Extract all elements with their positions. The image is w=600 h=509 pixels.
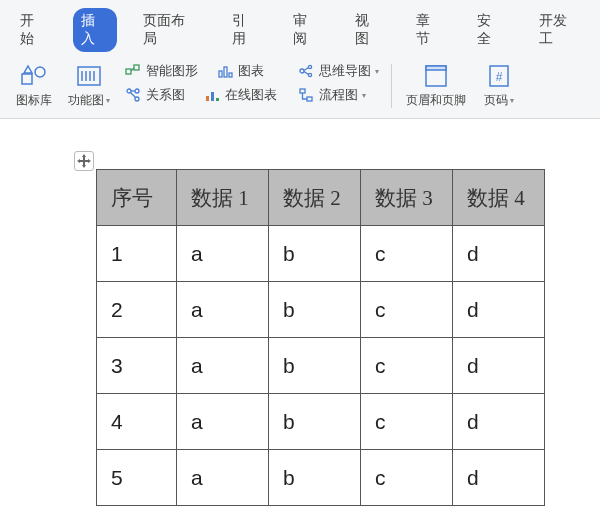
table-cell[interactable]: 2	[97, 282, 177, 338]
btn-function-chart-label: 功能图▾	[68, 92, 110, 109]
smartart-icon	[124, 62, 142, 80]
table-cell[interactable]: b	[269, 282, 361, 338]
svg-rect-28	[307, 97, 312, 101]
table-header[interactable]: 数据 3	[361, 170, 453, 226]
btn-chart-label: 图表	[238, 62, 264, 80]
table-cell[interactable]: c	[361, 450, 453, 506]
btn-online-chart[interactable]: 在线图表	[203, 86, 277, 104]
btn-icon-library[interactable]: 图标库	[8, 62, 60, 109]
table-cell[interactable]: c	[361, 226, 453, 282]
table-cell[interactable]: d	[453, 394, 545, 450]
toolbar: 图标库 功能图▾ 智能图形 图表 关系图	[0, 58, 600, 119]
tab-review[interactable]: 审阅	[285, 8, 328, 52]
table-cell[interactable]: a	[177, 450, 269, 506]
tab-page-layout[interactable]: 页面布局	[135, 8, 206, 52]
table-row[interactable]: 1abcd	[97, 226, 545, 282]
table-cell[interactable]: 1	[97, 226, 177, 282]
btn-relation-chart-label: 关系图	[146, 86, 185, 104]
tab-security[interactable]: 安全	[469, 8, 512, 52]
svg-point-16	[135, 89, 139, 93]
table-cell[interactable]: 5	[97, 450, 177, 506]
table-move-handle[interactable]	[74, 151, 94, 171]
document-area[interactable]: 序号 数据 1 数据 2 数据 3 数据 4 1abcd2abcd3abcd4a…	[0, 119, 600, 506]
svg-rect-0	[22, 74, 32, 84]
diagram-tools-group: 思维导图 ▾ 流程图 ▾	[291, 62, 385, 104]
svg-rect-21	[216, 98, 219, 101]
svg-line-25	[304, 68, 309, 71]
table-cell[interactable]: a	[177, 282, 269, 338]
tab-start[interactable]: 开始	[12, 8, 55, 52]
svg-point-1	[35, 67, 45, 77]
table-cell[interactable]: a	[177, 394, 269, 450]
header-footer-icon	[419, 62, 453, 90]
svg-rect-20	[211, 92, 214, 101]
btn-online-chart-label: 在线图表	[225, 86, 277, 104]
btn-relation-chart[interactable]: 关系图	[124, 86, 185, 104]
shapes-icon	[17, 62, 51, 90]
table-cell[interactable]: 4	[97, 394, 177, 450]
svg-rect-27	[300, 89, 305, 93]
online-chart-icon	[203, 86, 221, 104]
svg-line-17	[131, 93, 136, 98]
toolbar-separator	[391, 64, 392, 108]
svg-point-24	[308, 73, 311, 76]
data-table[interactable]: 序号 数据 1 数据 2 数据 3 数据 4 1abcd2abcd3abcd4a…	[96, 169, 545, 506]
svg-rect-13	[229, 73, 232, 77]
btn-header-footer-label: 页眉和页脚	[406, 92, 466, 109]
table-header-row: 序号 数据 1 数据 2 数据 3 数据 4	[97, 170, 545, 226]
table-cell[interactable]: b	[269, 394, 361, 450]
tab-view[interactable]: 视图	[347, 8, 390, 52]
ribbon: 开始 插入 页面布局 引用 审阅 视图 章节 安全 开发工 图标库 功能图▾	[0, 0, 600, 119]
btn-header-footer[interactable]: 页眉和页脚	[398, 62, 474, 109]
tab-developer[interactable]: 开发工	[531, 8, 588, 52]
table-cell[interactable]: 3	[97, 338, 177, 394]
table-cell[interactable]: b	[269, 226, 361, 282]
table-header[interactable]: 序号	[97, 170, 177, 226]
table-cell[interactable]: d	[453, 282, 545, 338]
btn-icon-library-label: 图标库	[16, 92, 52, 109]
table-cell[interactable]: c	[361, 282, 453, 338]
btn-chart[interactable]: 图表	[216, 62, 264, 80]
table-cell[interactable]: c	[361, 338, 453, 394]
btn-page-number[interactable]: # 页码▾	[474, 62, 524, 109]
btn-flowchart[interactable]: 流程图 ▾	[297, 86, 366, 104]
tab-section[interactable]: 章节	[408, 8, 451, 52]
svg-point-14	[127, 89, 131, 93]
svg-rect-12	[224, 67, 227, 77]
btn-function-chart[interactable]: 功能图▾	[60, 62, 118, 109]
svg-rect-8	[126, 69, 131, 74]
svg-rect-30	[426, 66, 446, 70]
barcode-icon	[72, 62, 106, 90]
table-cell[interactable]: d	[453, 450, 545, 506]
mindmap-icon	[297, 62, 315, 80]
table-header[interactable]: 数据 4	[453, 170, 545, 226]
chart-tools-group: 智能图形 图表 关系图 在线图表	[118, 62, 283, 104]
svg-line-26	[304, 72, 309, 75]
chevron-down-icon: ▾	[362, 91, 366, 100]
table-cell[interactable]: d	[453, 226, 545, 282]
table-cell[interactable]: c	[361, 394, 453, 450]
svg-point-22	[300, 69, 304, 73]
chevron-down-icon: ▾	[106, 96, 110, 105]
table-cell[interactable]: b	[269, 338, 361, 394]
move-arrows-icon	[77, 154, 91, 168]
page-number-icon: #	[482, 62, 516, 90]
bar-chart-icon	[216, 62, 234, 80]
tab-reference[interactable]: 引用	[224, 8, 267, 52]
btn-flowchart-label: 流程图	[319, 86, 358, 104]
table-row[interactable]: 2abcd	[97, 282, 545, 338]
table-row[interactable]: 3abcd	[97, 338, 545, 394]
btn-smart-graphic[interactable]: 智能图形	[124, 62, 198, 80]
chevron-down-icon: ▾	[375, 67, 379, 76]
btn-mindmap[interactable]: 思维导图 ▾	[297, 62, 379, 80]
table-header[interactable]: 数据 2	[269, 170, 361, 226]
table-cell[interactable]: a	[177, 338, 269, 394]
flowchart-icon	[297, 86, 315, 104]
tab-insert[interactable]: 插入	[73, 8, 116, 52]
table-cell[interactable]: a	[177, 226, 269, 282]
table-row[interactable]: 4abcd	[97, 394, 545, 450]
table-cell[interactable]: b	[269, 450, 361, 506]
table-row[interactable]: 5abcd	[97, 450, 545, 506]
table-header[interactable]: 数据 1	[177, 170, 269, 226]
table-cell[interactable]: d	[453, 338, 545, 394]
